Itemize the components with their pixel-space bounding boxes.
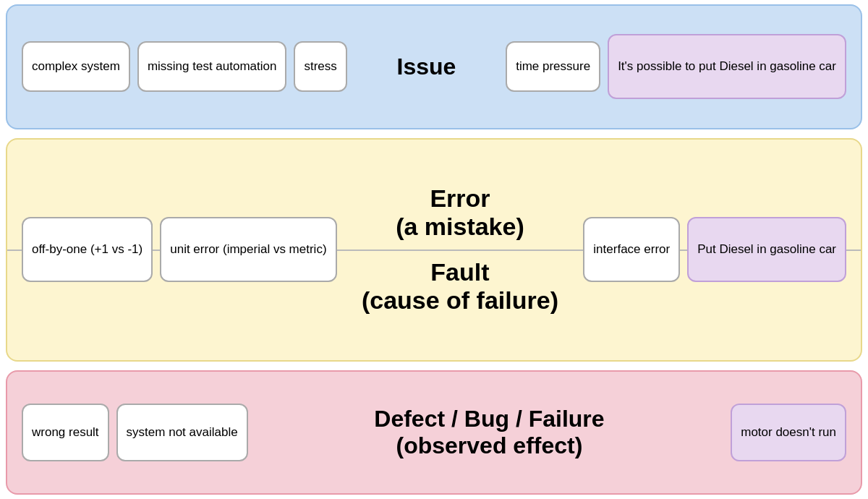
tag-system-not-available: system not available — [116, 404, 248, 461]
tag-its-possible: It's possible to put Diesel in gasoline … — [608, 34, 846, 99]
error-tags-left: off-by-one (+1 vs -1) unit error (imperi… — [22, 151, 337, 349]
fault-title: Fault (cause of failure) — [362, 258, 558, 315]
defect-tags-left: wrong result system not available — [22, 404, 248, 461]
tag-complex-system: complex system — [22, 41, 130, 92]
issue-section: complex system missing test automation s… — [6, 4, 862, 129]
defect-tags-right: motor doesn't run — [731, 404, 846, 461]
issue-tags-right: time pressure It's possible to put Diese… — [506, 34, 846, 99]
tag-time-pressure: time pressure — [506, 41, 600, 92]
error-center: Error (a mistake) Fault (cause of failur… — [337, 151, 584, 349]
issue-tags-left: complex system missing test automation s… — [22, 41, 347, 92]
defect-title: Defect / Bug / Failure (observed effect) — [374, 406, 604, 459]
defect-center: Defect / Bug / Failure (observed effect) — [255, 406, 724, 459]
tag-unit-error: unit error (imperial vs metric) — [160, 217, 336, 282]
tag-wrong-result: wrong result — [22, 404, 109, 461]
issue-title: Issue — [397, 54, 456, 80]
error-title: Error (a mistake) — [396, 184, 524, 241]
tag-motor-doesnt-run: motor doesn't run — [731, 404, 846, 461]
error-tags-right: interface error Put Diesel in gasoline c… — [583, 151, 846, 349]
tag-stress: stress — [294, 41, 346, 92]
tag-interface-error: interface error — [583, 217, 680, 282]
tag-missing-test-automation: missing test automation — [137, 41, 287, 92]
defect-section: wrong result system not available Defect… — [6, 370, 862, 495]
issue-center: Issue — [354, 54, 498, 80]
error-section: off-by-one (+1 vs -1) unit error (imperi… — [6, 138, 862, 362]
tag-put-diesel: Put Diesel in gasoline car — [687, 217, 846, 282]
tag-off-by-one: off-by-one (+1 vs -1) — [22, 217, 153, 282]
